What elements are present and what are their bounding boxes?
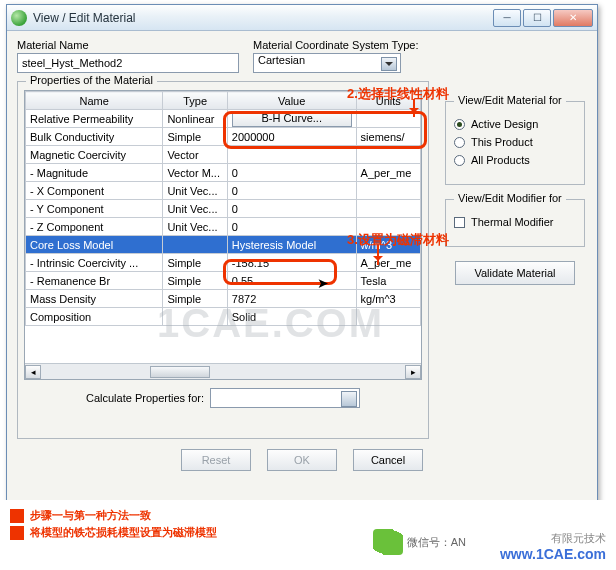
- cell-units[interactable]: Tesla: [356, 272, 420, 290]
- cell-type[interactable]: Simple: [163, 290, 227, 308]
- cell-name[interactable]: Relative Permeability: [26, 110, 163, 128]
- properties-grid[interactable]: Name Type Value Units Relative Permeabil…: [24, 90, 422, 380]
- table-row[interactable]: Bulk ConductivitySimple2000000siemens/: [26, 128, 421, 146]
- cell-name[interactable]: - Remanence Br: [26, 272, 163, 290]
- calc-select[interactable]: [210, 388, 360, 408]
- cell-units[interactable]: kg/m^3: [356, 290, 420, 308]
- properties-title: Properties of the Material: [26, 74, 157, 86]
- minimize-button[interactable]: ─: [493, 9, 521, 27]
- cell-name[interactable]: - Intrinsic Coercivity ...: [26, 254, 163, 272]
- ok-button[interactable]: OK: [267, 449, 337, 471]
- cell-type[interactable]: Simple: [163, 254, 227, 272]
- cell-type[interactable]: Vector: [163, 146, 227, 164]
- close-button[interactable]: ✕: [553, 9, 593, 27]
- cell-value[interactable]: 0.55: [227, 272, 356, 290]
- footer-overlay: 步骤一与第一种方法一致 将模型的铁芯损耗模型设置为磁滞模型 微信号：AN 有限元…: [0, 500, 616, 570]
- col-value[interactable]: Value: [227, 92, 356, 110]
- radio-this-product-label: This Product: [471, 136, 533, 148]
- material-name-label: Material Name: [17, 39, 239, 51]
- bh-curve-button[interactable]: B-H Curve...: [232, 111, 352, 127]
- scroll-thumb[interactable]: [150, 366, 210, 378]
- cell-type[interactable]: [163, 236, 227, 254]
- cell-name[interactable]: - Y Component: [26, 200, 163, 218]
- radio-active-design[interactable]: [454, 119, 465, 130]
- cell-units[interactable]: [356, 200, 420, 218]
- cell-type[interactable]: Simple: [163, 272, 227, 290]
- coord-type-value: Cartesian: [258, 54, 305, 66]
- view-modifier-group: View/Edit Modifier for Thermal Modifier: [445, 199, 585, 247]
- wechat-icon: [373, 529, 403, 555]
- calc-label: Calculate Properties for:: [86, 392, 204, 404]
- cell-value[interactable]: 2000000: [227, 128, 356, 146]
- table-row[interactable]: CompositionSolid: [26, 308, 421, 326]
- cell-units[interactable]: A_per_me: [356, 164, 420, 182]
- table-row[interactable]: Core Loss ModelHysteresis Modelw/m^3: [26, 236, 421, 254]
- cell-units[interactable]: siemens/: [356, 128, 420, 146]
- maximize-button[interactable]: ☐: [523, 9, 551, 27]
- cell-name[interactable]: Mass Density: [26, 290, 163, 308]
- material-name-input[interactable]: [17, 53, 239, 73]
- col-name[interactable]: Name: [26, 92, 163, 110]
- cell-value[interactable]: 0: [227, 182, 356, 200]
- cell-type[interactable]: Unit Vec...: [163, 182, 227, 200]
- cell-type[interactable]: Vector M...: [163, 164, 227, 182]
- thermal-checkbox[interactable]: [454, 217, 465, 228]
- table-row[interactable]: Magnetic CoercivityVector: [26, 146, 421, 164]
- cell-value[interactable]: Hysteresis Model: [227, 236, 356, 254]
- col-units[interactable]: Units: [356, 92, 420, 110]
- cell-name[interactable]: - Magnitude: [26, 164, 163, 182]
- cell-name[interactable]: - X Component: [26, 182, 163, 200]
- cell-units[interactable]: [356, 146, 420, 164]
- cell-value[interactable]: -158.15: [227, 254, 356, 272]
- dialog-body: Material Name Material Coordinate System…: [7, 31, 597, 503]
- cell-type[interactable]: Simple: [163, 128, 227, 146]
- cell-value[interactable]: B-H Curve...: [227, 110, 356, 128]
- scroll-right-button[interactable]: ▸: [405, 365, 421, 379]
- radio-active-design-label: Active Design: [471, 118, 538, 130]
- cell-name[interactable]: Bulk Conductivity: [26, 128, 163, 146]
- cell-value[interactable]: Solid: [227, 308, 356, 326]
- table-row[interactable]: Mass DensitySimple7872kg/m^3: [26, 290, 421, 308]
- table-row[interactable]: Relative PermeabilityNonlinearB-H Curve.…: [26, 110, 421, 128]
- wechat-group: 微信号：AN: [373, 529, 466, 555]
- cell-units[interactable]: A_per_me: [356, 254, 420, 272]
- cell-name[interactable]: Composition: [26, 308, 163, 326]
- table-row[interactable]: - MagnitudeVector M...0A_per_me: [26, 164, 421, 182]
- col-type[interactable]: Type: [163, 92, 227, 110]
- table-row[interactable]: - X ComponentUnit Vec...0: [26, 182, 421, 200]
- arrow-1: [413, 99, 415, 117]
- scroll-track[interactable]: [41, 365, 405, 379]
- cell-units[interactable]: [356, 308, 420, 326]
- scroll-left-button[interactable]: ◂: [25, 365, 41, 379]
- cell-type[interactable]: [163, 308, 227, 326]
- table-row[interactable]: - Z ComponentUnit Vec...0: [26, 218, 421, 236]
- table-row[interactable]: - Remanence BrSimple0.55Tesla: [26, 272, 421, 290]
- coord-type-select[interactable]: Cartesian: [253, 53, 401, 73]
- window-title: View / Edit Material: [33, 11, 491, 25]
- coord-type-label: Material Coordinate System Type:: [253, 39, 418, 51]
- cancel-button[interactable]: Cancel: [353, 449, 423, 471]
- cell-type[interactable]: Nonlinear: [163, 110, 227, 128]
- cell-value[interactable]: 0: [227, 200, 356, 218]
- h-scrollbar[interactable]: ◂ ▸: [25, 363, 421, 379]
- cell-value[interactable]: [227, 146, 356, 164]
- cell-value[interactable]: 0: [227, 164, 356, 182]
- cell-name[interactable]: Core Loss Model: [26, 236, 163, 254]
- cell-units[interactable]: w/m^3: [356, 236, 420, 254]
- cell-units[interactable]: [356, 182, 420, 200]
- cell-name[interactable]: - Z Component: [26, 218, 163, 236]
- thermal-label: Thermal Modifier: [471, 216, 554, 228]
- cell-value[interactable]: 7872: [227, 290, 356, 308]
- cell-name[interactable]: Magnetic Coercivity: [26, 146, 163, 164]
- validate-button[interactable]: Validate Material: [455, 261, 575, 285]
- site-signature: 有限元技术: [500, 531, 606, 546]
- table-row[interactable]: - Intrinsic Coercivity ...Simple-158.15A…: [26, 254, 421, 272]
- table-row[interactable]: - Y ComponentUnit Vec...0: [26, 200, 421, 218]
- reset-button[interactable]: Reset: [181, 449, 251, 471]
- cell-type[interactable]: Unit Vec...: [163, 200, 227, 218]
- cell-value[interactable]: 0: [227, 218, 356, 236]
- radio-this-product[interactable]: [454, 137, 465, 148]
- radio-all-products[interactable]: [454, 155, 465, 166]
- cell-type[interactable]: Unit Vec...: [163, 218, 227, 236]
- cell-units[interactable]: [356, 218, 420, 236]
